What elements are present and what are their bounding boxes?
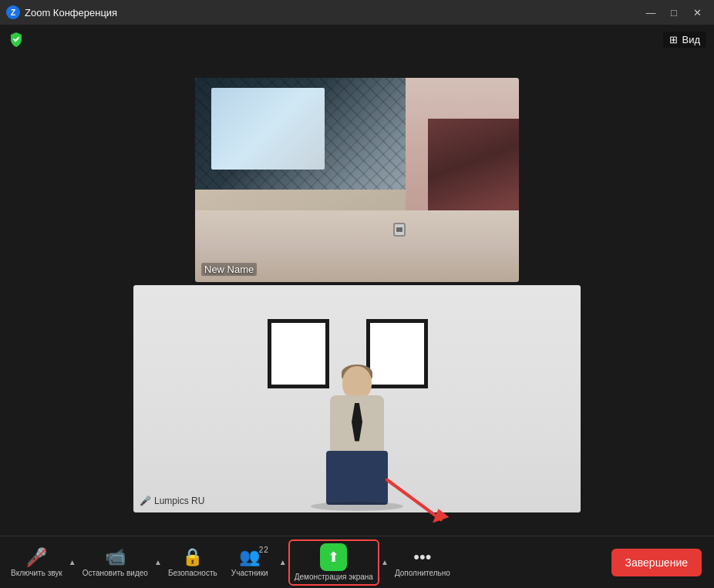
toolbar-video-button[interactable]: 📹 Остановить видео — [78, 539, 153, 586]
participants-label: Участники — [231, 569, 268, 577]
person-head — [342, 366, 372, 398]
more-icon: ••• — [413, 547, 431, 567]
toolbar-participants-button[interactable]: 👥 2 Участники 2 — [222, 539, 278, 586]
screenshare-label: Демонстрация экрана — [295, 573, 373, 581]
toolbar-security-button[interactable]: 🔒 Безопасность — [163, 539, 222, 586]
participants-count: 2 — [259, 546, 264, 554]
participants-chevron[interactable]: ▲ — [278, 539, 288, 586]
screenshare-icon: ⬆ — [320, 543, 347, 571]
grid-icon: ⊞ — [669, 34, 678, 45]
title-bar: Z Zoom Конференция — □ ✕ — [0, 0, 714, 25]
participant-name-bottom: 🎤 Lumpics RU — [140, 496, 204, 506]
socket-element — [393, 223, 406, 237]
mic-strike-icon: 🎤 — [26, 547, 47, 567]
toolbar: 🎤 Включить звук ▲ 📹 Остановить видео ▲ 🔒… — [0, 536, 714, 588]
video-chevron[interactable]: ▲ — [153, 539, 163, 586]
title-bar-controls: — □ ✕ — [640, 3, 708, 22]
participants-icon: 👥 2 — [239, 547, 260, 567]
participants-num: 2 — [264, 546, 268, 554]
zoom-logo: Z — [6, 5, 20, 19]
end-meeting-button[interactable]: Завершение — [611, 549, 702, 576]
person-legs — [326, 451, 388, 505]
view-label: Вид — [682, 34, 700, 45]
toolbar-mic-button[interactable]: 🎤 Включить звук — [6, 539, 67, 586]
participant-name-top: New Name — [201, 263, 257, 276]
mic-label: Включить звук — [11, 569, 62, 577]
window-element — [211, 88, 325, 170]
person-shadow — [311, 502, 403, 511]
toolbar-screenshare-button[interactable]: ⬆ Демонстрация экрана — [288, 539, 379, 586]
screenshare-chevron[interactable]: ▲ — [379, 539, 390, 586]
video-icon: 📹 — [105, 547, 126, 567]
more-label: Дополнительно — [395, 569, 450, 577]
security-icon: 🔒 — [182, 547, 203, 567]
security-label: Безопасность — [168, 569, 217, 577]
mic-muted-icon: 🎤 — [140, 496, 151, 506]
security-shield-icon — [8, 31, 25, 48]
toolbar-more-button[interactable]: ••• Дополнительно — [390, 539, 455, 586]
maximize-button[interactable]: □ — [663, 3, 685, 22]
video-label: Остановить видео — [83, 569, 148, 577]
minimize-button[interactable]: — — [640, 3, 662, 22]
videos-container: New Name 🎤 Lumpics RU — [6, 32, 708, 536]
video-panel-bottom: 🎤 Lumpics RU — [133, 285, 581, 512]
mic-icon: 🎤 — [26, 547, 47, 567]
mic-chevron[interactable]: ▲ — [67, 539, 78, 586]
top-bar: ⊞ Вид — [8, 31, 706, 48]
video-bottom-content — [133, 285, 581, 512]
title-bar-left: Z Zoom Конференция — [6, 5, 117, 19]
view-button[interactable]: ⊞ Вид — [663, 32, 706, 48]
video-panel-top: New Name — [195, 78, 519, 282]
person-figure — [295, 358, 419, 512]
screenshare-active-icon: ⬆ — [323, 546, 344, 568]
participant-label: Lumpics RU — [154, 496, 204, 506]
video-top-content — [195, 78, 519, 282]
main-area: ⊞ Вид New Name — [0, 25, 714, 536]
close-button[interactable]: ✕ — [686, 3, 708, 22]
window-title: Zoom Конференция — [25, 7, 117, 18]
